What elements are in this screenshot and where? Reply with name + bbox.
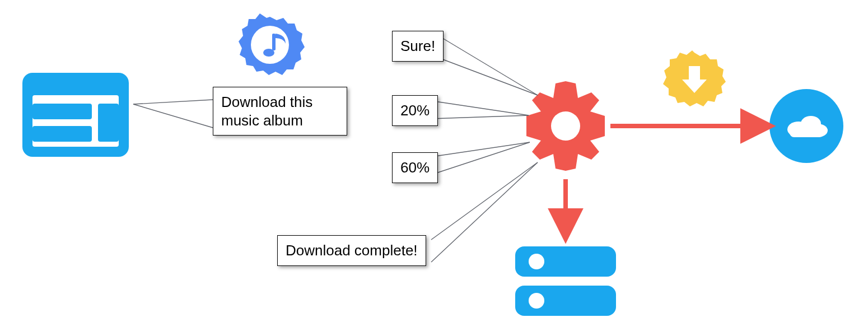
svg-point-7	[263, 49, 274, 57]
svg-line-21	[437, 35, 538, 95]
svg-rect-3	[32, 126, 92, 142]
svg-rect-9	[689, 66, 700, 80]
label-60: 60%	[392, 152, 438, 183]
svg-point-18	[529, 293, 544, 309]
svg-rect-2	[32, 104, 92, 119]
gear-icon	[526, 81, 605, 171]
label-done: Download complete!	[277, 235, 426, 266]
music-note-badge-icon	[239, 13, 305, 75]
diagram-canvas: Download this music album Sure! 20% 60% …	[0, 0, 868, 336]
label-20: 20%	[392, 95, 438, 126]
label-sure: Sure!	[392, 31, 444, 62]
svg-rect-0	[22, 73, 129, 157]
leader-sure	[437, 35, 538, 95]
svg-point-8	[551, 111, 580, 141]
svg-rect-6	[272, 34, 276, 50]
svg-point-10	[769, 89, 843, 163]
svg-point-16	[529, 254, 544, 269]
svg-rect-15	[515, 246, 616, 277]
svg-rect-17	[515, 286, 616, 316]
cloud-icon	[769, 89, 843, 163]
svg-rect-1	[32, 95, 119, 147]
leader-request	[133, 100, 213, 128]
svg-line-27	[431, 162, 538, 240]
svg-line-19	[133, 100, 213, 104]
svg-line-26	[431, 142, 530, 175]
svg-rect-4	[98, 104, 119, 142]
storage-servers-icon	[515, 246, 616, 316]
label-request: Download this music album	[213, 87, 347, 136]
svg-line-24	[431, 115, 529, 119]
svg-line-28	[431, 162, 538, 262]
app-window-icon	[22, 73, 129, 157]
svg-line-22	[437, 57, 538, 95]
svg-point-5	[251, 26, 289, 64]
svg-line-25	[431, 142, 530, 157]
svg-rect-14	[790, 128, 823, 137]
leader-60	[431, 142, 530, 175]
svg-line-20	[133, 104, 213, 128]
svg-line-23	[431, 101, 529, 115]
svg-point-12	[801, 116, 821, 132]
svg-point-13	[808, 124, 828, 137]
leader-20	[431, 101, 529, 119]
svg-point-11	[787, 122, 810, 137]
leader-done	[431, 162, 538, 262]
download-badge-icon	[663, 50, 726, 106]
